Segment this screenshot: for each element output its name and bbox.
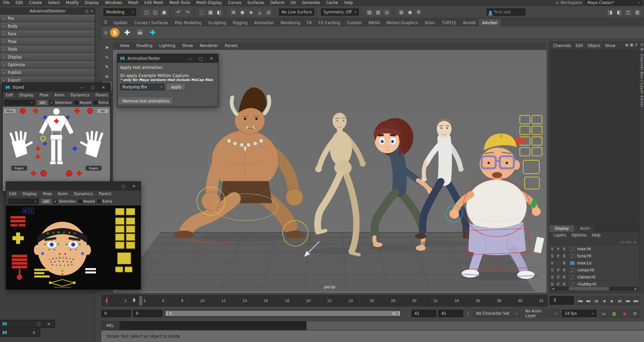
shelf-tab[interactable]: FX	[304, 19, 315, 26]
set-button[interactable]: set	[41, 199, 52, 204]
namespace-selector[interactable]: : ▾	[4, 100, 35, 105]
toolbar-separator[interactable]	[226, 8, 227, 16]
window-menu-item[interactable]: Edit	[3, 93, 16, 97]
viewport-menu-item[interactable]: Show	[179, 43, 196, 48]
move-tool-icon[interactable]: ✛	[102, 72, 112, 81]
shelf-gear-icon[interactable]: ⚙	[101, 30, 110, 35]
fps-selector[interactable]: 24 fps ▾	[562, 310, 597, 317]
auto-key-icon[interactable]: ◉	[620, 309, 629, 317]
checkbox-box[interactable]	[94, 101, 97, 104]
lasso-tool-icon[interactable]: ∿	[102, 52, 112, 61]
maximize-icon[interactable]: □	[197, 56, 205, 61]
command-line-mode-button[interactable]: MEL	[101, 321, 119, 330]
checkbox[interactable]: Extra	[94, 100, 108, 105]
snap-to-plane-icon[interactable]: ◬	[256, 8, 264, 16]
window-menu-item[interactable]: Dynamics	[67, 93, 93, 97]
layer-color-swatch[interactable]: ╱	[570, 247, 575, 251]
spinner-down-icon[interactable]: ▾	[467, 313, 469, 316]
channel-box-menu-item[interactable]: Show	[603, 43, 618, 48]
menu-item[interactable]: Mesh	[125, 0, 141, 5]
list-icon[interactable]: ☰	[635, 43, 638, 47]
make-live-icon[interactable]: ◎	[264, 8, 273, 16]
ipr-render-icon[interactable]: ◉	[406, 8, 414, 16]
window-menu-item[interactable]: Anim	[55, 191, 71, 196]
shelf-tab[interactable]: Custom	[344, 19, 365, 26]
input-connections-icon[interactable]: ▤	[365, 8, 374, 16]
animation-end-field[interactable]: 41	[438, 310, 463, 317]
shelf-tab[interactable]: Animation	[251, 19, 277, 26]
rename-field[interactable]: first last	[487, 8, 526, 16]
menu-item[interactable]: UV	[288, 0, 299, 5]
go-to-start-button[interactable]: |◀◀	[576, 296, 584, 305]
close-icon[interactable]: ✕	[91, 9, 93, 13]
toolbar-separator[interactable]	[275, 8, 277, 16]
undo-icon[interactable]: ↶	[175, 8, 183, 16]
toolbar-separator[interactable]	[194, 8, 195, 16]
window-menu-item[interactable]: Display	[16, 93, 36, 97]
shelf-tab[interactable]: Update	[110, 19, 131, 26]
scrollbar-thumb[interactable]	[569, 287, 609, 290]
layer-row[interactable]: V P R ╱ conan:Hi	[549, 267, 639, 274]
maximize-icon[interactable]: □	[89, 85, 97, 90]
channel-box-menu-item[interactable]: Edit	[573, 43, 585, 48]
animation-tester-titlebar[interactable]: M AnimationTester — □ ✕	[117, 54, 218, 63]
channel-box-menu-item[interactable]: Object	[586, 43, 603, 48]
layer-visibility-cell[interactable]: V	[549, 267, 555, 273]
select-by-name-icon[interactable]: ◉	[625, 43, 629, 47]
layer-color-swatch[interactable]	[570, 261, 575, 265]
layer-editor-tab[interactable]: Anim	[575, 225, 596, 232]
menu-item[interactable]: Curves	[225, 0, 244, 5]
snap-to-point-icon[interactable]: ◈	[247, 8, 255, 16]
layer-visibility-cell[interactable]: V	[549, 246, 555, 252]
camera-icon[interactable]: ▣	[630, 43, 633, 47]
menu-item[interactable]: Display	[82, 0, 102, 5]
render-settings-icon[interactable]: ⚙	[415, 8, 423, 16]
viewport-menu-item[interactable]: Lighting	[156, 43, 179, 48]
layer-move-back-icon[interactable]: ◁	[620, 240, 623, 244]
biped-picker-diagram[interactable]: Main All spine	[3, 107, 110, 191]
menu-item[interactable]: Edit Mesh	[141, 0, 166, 5]
range-spinner[interactable]: ▴ ▾	[466, 310, 470, 317]
close-icon[interactable]: ✕	[45, 322, 53, 326]
minimize-icon[interactable]: —	[78, 85, 86, 90]
layer-editor-menu-item[interactable]: Options	[569, 233, 589, 238]
grease-pencil-icon[interactable]: ▦	[610, 309, 618, 317]
window-menu-item[interactable]: Edit	[6, 191, 19, 196]
character-set-selector[interactable]: No Character Set ▾	[473, 310, 520, 317]
layer-color-swatch[interactable]: ╱	[570, 282, 575, 286]
layer-row[interactable]: V R max:Lo	[549, 260, 639, 267]
mocap-file-selector[interactable]: RunJump.fbx ▾	[120, 84, 164, 90]
picker-tpose-shelf-icon[interactable]: ✚	[148, 28, 158, 38]
step-back-key-button[interactable]: |◀	[592, 296, 600, 305]
speech-bubble-icon[interactable]: ▭	[599, 309, 608, 317]
viewport-menu-item[interactable]: View	[116, 43, 133, 48]
shelf-tab[interactable]: Poly Modeling	[171, 19, 205, 26]
menu-item[interactable]: Help	[341, 0, 356, 5]
shelf-tab[interactable]: Motion Graphics	[383, 19, 421, 26]
checkbox[interactable]: ✔ Selection	[50, 100, 72, 105]
window-menu-item[interactable]: Display	[19, 191, 40, 196]
construction-history-icon[interactable]: ◎	[383, 8, 391, 16]
close-icon[interactable]: ✕	[130, 184, 138, 188]
window-menu-item[interactable]: Pose	[40, 191, 55, 196]
close-icon[interactable]: ✕	[99, 85, 107, 90]
shelf-tab[interactable]: MASH	[365, 19, 383, 26]
no-live-surface-button[interactable]: No Live Surface	[279, 8, 314, 16]
accordion-section[interactable]: ▸ Optimize	[0, 61, 95, 69]
layer-editor-strip-icon[interactable]: ▦	[640, 47, 643, 51]
checkbox-box[interactable]: ✔	[50, 101, 54, 104]
toolbar-separator[interactable]	[317, 8, 318, 16]
range-slider-right-handle[interactable]	[397, 311, 400, 316]
checkbox-box[interactable]	[75, 101, 78, 104]
layer-playback-cell[interactable]: P	[555, 253, 561, 259]
minimize-icon[interactable]: —	[186, 56, 194, 61]
set-button[interactable]: set	[37, 100, 48, 105]
maximize-icon[interactable]: □	[35, 322, 43, 326]
checkbox[interactable]: ✔ Selection	[54, 199, 76, 204]
window-menu-item[interactable]: Anim	[51, 93, 67, 97]
snap-to-curve-icon[interactable]: ◉	[238, 8, 246, 16]
layer-display-type-cell[interactable]: R	[561, 253, 567, 259]
menu-item[interactable]: Cache	[323, 0, 341, 5]
layer-playback-cell[interactable]: P	[555, 267, 561, 273]
step-forward-key-button[interactable]: ▶|	[616, 296, 624, 305]
